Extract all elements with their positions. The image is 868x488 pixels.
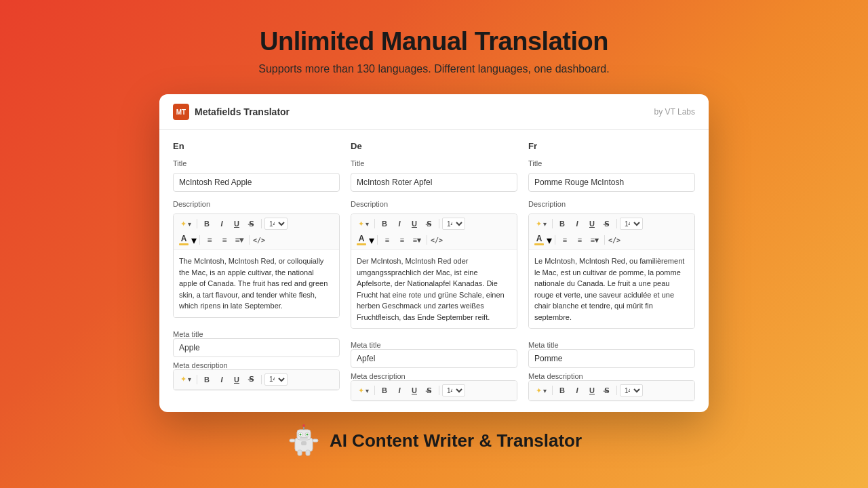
italic-btn-en[interactable]: I (215, 217, 229, 230)
separator2 (261, 219, 262, 228)
title-input-de[interactable] (351, 173, 517, 192)
page-subtitle: Supports more than 130 languages. Differ… (258, 63, 609, 75)
strike-btn-de[interactable]: S̶ (422, 217, 436, 230)
meta-italic-de[interactable]: I (393, 384, 406, 397)
meta-bold-de[interactable]: B (378, 384, 391, 397)
bold-fr[interactable]: B (555, 217, 569, 230)
lang-column-fr: Fr Title Description ✦▾ B I U S̶ (528, 141, 695, 401)
lang-column-de: De Title Description ✦▾ B I U S̶ (351, 141, 517, 401)
color-btn-de[interactable]: A (355, 233, 368, 247)
color-btn-en[interactable]: A (178, 233, 190, 247)
ai-button-de[interactable]: ✦▾ (355, 218, 372, 230)
svg-point-6 (299, 434, 301, 436)
window-content: En Title Description ✦▾ B I U S̶ (159, 130, 709, 412)
meta-title-input-en[interactable] (173, 338, 340, 357)
meta-italic-fr[interactable]: I (570, 384, 584, 397)
meta-underline-fr[interactable]: U (585, 384, 599, 397)
meta-ai-btn-en[interactable]: ✦▾ (178, 373, 194, 385)
footer-section: AI Content Writer & Translator (286, 423, 582, 458)
desc-body-de[interactable]: Der McIntosh, McIntosh Red oder umgangss… (351, 250, 517, 328)
meta-bold-en[interactable]: B (200, 373, 214, 386)
desc-label-de: Description (351, 200, 517, 208)
title-input-fr[interactable] (528, 173, 695, 192)
align-de[interactable]: ≡▾ (410, 233, 424, 247)
bold-btn-en[interactable]: B (200, 217, 214, 230)
ol-fr[interactable]: ≡ (573, 233, 587, 247)
code-de[interactable]: </> (430, 233, 443, 247)
meta-font-size-fr[interactable]: 14 ▾ (620, 384, 643, 396)
meta-title-label-fr: Meta title (528, 341, 695, 349)
desc-body-en[interactable]: The McIntosh, McIntosh Red, or colloquia… (174, 250, 339, 317)
meta-title-label-de: Meta title (351, 341, 517, 349)
svg-rect-11 (298, 450, 302, 455)
font-size-fr[interactable]: 14 ▾ (620, 218, 643, 230)
title-label-en: Title (173, 159, 340, 167)
meta-strike-fr[interactable]: S̶ (600, 384, 614, 397)
meta-section-en: Meta title Meta description ✦▾ B I U S̶ (173, 327, 340, 390)
underline-btn-en[interactable]: U (230, 217, 243, 230)
svg-rect-10 (313, 439, 318, 442)
ai-button-fr[interactable]: ✦▾ (533, 218, 549, 230)
sep4 (249, 235, 250, 245)
separator (197, 219, 197, 228)
meta-ai-de[interactable]: ✦▾ (355, 385, 372, 396)
desc-editor-en: ✦▾ B I U S̶ 14 ▾ (173, 214, 340, 318)
ol-de[interactable]: ≡ (395, 233, 409, 247)
title-label-fr: Title (528, 159, 695, 167)
meta-title-label-en: Meta title (173, 330, 340, 338)
meta-bold-fr[interactable]: B (555, 384, 569, 397)
ul-de[interactable]: ≡ (380, 233, 394, 247)
unordered-list-en[interactable]: ≡ (203, 233, 216, 247)
ordered-list-en[interactable]: ≡ (218, 233, 231, 247)
underline-btn-de[interactable]: U (408, 217, 421, 230)
meta-strike-de[interactable]: S̶ (422, 384, 436, 397)
align-btn-en[interactable]: ≡▾ (233, 233, 246, 247)
italic-fr[interactable]: I (570, 217, 584, 230)
ul-fr[interactable]: ≡ (558, 233, 572, 247)
robot-icon (286, 423, 321, 458)
sep5 (197, 375, 197, 384)
meta-title-input-fr[interactable] (528, 349, 695, 368)
lang-header-en: En (173, 141, 340, 151)
by-label: by VT Labs (654, 107, 695, 117)
meta-desc-editor-fr: ✦▾ B I U S̶ 14 ▾ (528, 380, 695, 401)
desc-body-fr[interactable]: Le McIntosh, McIntosh Red, ou familièrem… (529, 250, 694, 328)
meta-font-size-de[interactable]: 14 ▾ (442, 384, 465, 396)
svg-rect-8 (300, 437, 308, 439)
font-size-en[interactable]: 14 ▾ (264, 218, 288, 230)
strike-fr[interactable]: S̶ (600, 217, 614, 230)
meta-title-input-de[interactable] (351, 349, 517, 368)
sep6 (261, 375, 262, 384)
bold-btn-de[interactable]: B (378, 217, 391, 230)
svg-point-3 (302, 424, 305, 427)
desc-editor-fr: ✦▾ B I U S̶ 14 ▾ (528, 214, 695, 329)
header-section: Unlimited Manual Translation Supports mo… (258, 27, 609, 75)
app-window: MT Metafields Translator by VT Labs En T… (159, 94, 709, 412)
svg-rect-13 (301, 441, 307, 445)
ai-button-en[interactable]: ✦▾ (178, 218, 194, 230)
window-logo: MT Metafields Translator (173, 104, 290, 120)
code-btn-en[interactable]: </> (252, 233, 266, 247)
meta-strike-en[interactable]: S̶ (245, 373, 258, 386)
meta-underline-de[interactable]: U (408, 384, 421, 397)
title-input-en[interactable] (173, 173, 340, 192)
desc-label-en: Description (173, 200, 340, 208)
meta-ai-fr[interactable]: ✦▾ (533, 385, 549, 396)
italic-btn-de[interactable]: I (393, 217, 406, 230)
strikethrough-btn-en[interactable]: S̶ (245, 217, 258, 230)
window-header: MT Metafields Translator by VT Labs (159, 94, 709, 130)
align-fr[interactable]: ≡▾ (588, 233, 601, 247)
meta-section-de: Meta title Meta description ✦▾ B I U S̶ (351, 338, 517, 401)
meta-italic-en[interactable]: I (215, 373, 229, 386)
page-title: Unlimited Manual Translation (258, 27, 609, 56)
sep3 (199, 235, 200, 245)
editor-toolbar-de: ✦▾ B I U S̶ 14 ▾ (351, 214, 517, 250)
color-btn-fr[interactable]: A (533, 233, 545, 247)
font-size-de[interactable]: 14 ▾ (442, 218, 465, 230)
meta-desc-label-fr: Meta description (528, 372, 695, 380)
svg-rect-12 (306, 450, 310, 455)
meta-underline-en[interactable]: U (230, 373, 243, 386)
meta-font-size-en[interactable]: 14 ▾ (264, 373, 288, 386)
code-fr[interactable]: </> (608, 233, 621, 247)
underline-fr[interactable]: U (585, 217, 599, 230)
